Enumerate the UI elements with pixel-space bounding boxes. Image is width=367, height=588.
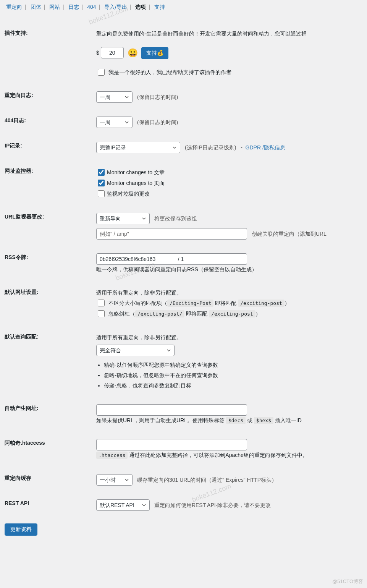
default-query-desc: 适用于所有重定向，除非另行配置。 bbox=[96, 333, 363, 342]
nice-person-checkbox[interactable] bbox=[98, 69, 105, 76]
rss-token-input[interactable] bbox=[96, 253, 247, 265]
code-slash-2: /exciting-post bbox=[209, 310, 255, 317]
ip-log-help: (选择IP日志记录级别) bbox=[185, 144, 236, 151]
404-log-label: 404日志: bbox=[5, 110, 96, 135]
tab-groups[interactable]: 团体 bbox=[29, 4, 43, 10]
htaccess-label: 阿帕奇.htaccess bbox=[5, 432, 96, 467]
nice-person-label: 我是一个很好的人，我已经帮助支持了该插件的作者 bbox=[108, 67, 231, 78]
default-query-select[interactable]: 完全符合 bbox=[96, 345, 175, 356]
update-button[interactable]: 更新资料 bbox=[5, 523, 37, 536]
htaccess-input[interactable] bbox=[96, 439, 247, 450]
tab-support[interactable]: 支持 bbox=[153, 4, 167, 10]
default-url-label: 默认网址设置: bbox=[5, 281, 96, 326]
monitor-trash-label: 监视对垃圾的更改 bbox=[107, 188, 150, 199]
404-log-help: (保留日志的时间) bbox=[137, 119, 178, 125]
url-monitor-group-select[interactable]: 重新导向 bbox=[96, 213, 150, 224]
tab-import-export[interactable]: 导入/导出 bbox=[103, 4, 129, 10]
code-htaccess: .htaccess bbox=[96, 452, 128, 459]
plugin-support-desc: 重定向是免费使用的-生活是美好而美好的！开发它需要大量的时间和精力，您可以通过捐 bbox=[96, 31, 307, 37]
donation-amount-input[interactable] bbox=[101, 47, 124, 58]
auto-url-label: 自动产生网址: bbox=[5, 397, 96, 432]
monitor-pages-checkbox[interactable] bbox=[98, 180, 105, 186]
plugin-support-label: 插件支持: bbox=[5, 22, 96, 84]
query-bullet-exact: 精确-以任何顺序匹配您源中精确定义的查询参数 bbox=[104, 360, 363, 370]
code-dec: $dec$ bbox=[226, 417, 246, 424]
query-bullet-pass: 传递-忽略，也将查询参数复制到目标 bbox=[104, 381, 363, 391]
nav-tabs: 重定向| 团体| 网站| 日志| 404| 导入/导出| 选项| 支持 bbox=[5, 4, 367, 11]
plugin-support-cell: 重定向是免费使用的-生活是美好而美好的！开发它需要大量的时间和精力，您可以通过捐… bbox=[96, 22, 367, 84]
tab-site[interactable]: 网站 bbox=[48, 4, 61, 10]
code-exciting-post-lower: /exciting-post bbox=[238, 300, 285, 307]
code-hex: $hex$ bbox=[254, 417, 273, 424]
ip-log-sep: - bbox=[241, 144, 243, 151]
code-exciting-post-upper: /Exciting-Post bbox=[167, 300, 214, 307]
monitor-posts-checkbox[interactable] bbox=[98, 169, 105, 176]
code-slash-1: /exciting-post/ bbox=[135, 310, 184, 317]
gdpr-link[interactable]: GDPR /隐私信息 bbox=[246, 144, 285, 151]
case-insensitive-checkbox[interactable] bbox=[98, 300, 105, 306]
query-bullet-ignore: 忽略-确切地说，但忽略源中不在的任何查询参数 bbox=[104, 370, 363, 381]
rss-token-help: 唯一令牌，供稿阅读器访问重定向日志RSS（保留空白以自动生成） bbox=[96, 265, 363, 274]
default-url-desc: 适用于所有重定向，除非另行配置。 bbox=[96, 288, 363, 298]
ignore-slash-label: 忽略斜杠（/exciting-post/ 即将匹配 /exciting-post… bbox=[108, 308, 261, 319]
rss-token-label: RSS令牌: bbox=[5, 246, 96, 281]
tab-redirect[interactable]: 重定向 bbox=[5, 4, 24, 10]
rest-api-help: 重定向如何使用REST API-除非必要，请不要更改 bbox=[154, 502, 271, 508]
redirect-log-select[interactable]: 一周 bbox=[96, 91, 133, 103]
url-monitor-associated-help: 创建关联的重定向（添加到URL bbox=[252, 231, 327, 237]
auto-url-help: 如果未提供URL，则用于自动生成URL。使用特殊标签 $dec$ 或 $hex$… bbox=[96, 416, 363, 425]
cache-help: 缓存重定向的301 URL的时间（通过" Expires" HTTP标头） bbox=[137, 477, 277, 483]
monitor-posts-label: Monitor changes to 文章 bbox=[107, 167, 165, 178]
case-insensitive-label: 不区分大小写的匹配项（/Exciting-Post 即将匹配 /exciting… bbox=[108, 298, 290, 308]
redirect-log-label: 重定向日志: bbox=[5, 84, 96, 110]
monitor-trash-checkbox[interactable] bbox=[98, 190, 105, 197]
default-query-bullets: 精确-以任何顺序匹配您源中精确定义的查询参数 忽略-确切地说，但忽略源中不在的任… bbox=[104, 360, 363, 390]
currency-symbol: $ bbox=[96, 50, 99, 56]
rest-api-select[interactable]: 默认REST API bbox=[96, 499, 150, 511]
ip-log-select[interactable]: 完整IP记录 bbox=[96, 142, 180, 153]
happy-face-icon: 😀 bbox=[128, 48, 138, 58]
ip-log-label: IP记录: bbox=[5, 135, 96, 160]
url-monitor-group-help: 将更改保存到该组 bbox=[154, 215, 197, 222]
redirect-log-help: (保留日志的时间) bbox=[137, 94, 178, 100]
url-monitor-change-label: URL监视器更改: bbox=[5, 206, 96, 246]
tab-404[interactable]: 404 bbox=[86, 4, 97, 10]
rest-api-label: REST API bbox=[5, 492, 96, 518]
url-monitor-label: 网址监控器: bbox=[5, 160, 96, 206]
htaccess-help: .htaccess 通过在此处添加完整路径，可以将添加到Apache组的重定向保… bbox=[96, 450, 363, 460]
support-button[interactable]: 支持💰 bbox=[141, 47, 168, 59]
tab-logs[interactable]: 日志 bbox=[67, 4, 81, 10]
auto-url-input[interactable] bbox=[96, 404, 247, 416]
ignore-slash-checkbox[interactable] bbox=[98, 310, 105, 317]
default-query-label: 默认查询匹配: bbox=[5, 326, 96, 397]
cache-select[interactable]: 一小时 bbox=[96, 474, 133, 486]
cache-label: 重定向缓存 bbox=[5, 467, 96, 492]
url-monitor-associated-input[interactable] bbox=[96, 228, 247, 240]
monitor-pages-label: Monitor changes to 页面 bbox=[107, 178, 165, 188]
404-log-select[interactable]: 一周 bbox=[96, 117, 133, 128]
tab-options[interactable]: 选项 bbox=[134, 4, 147, 10]
